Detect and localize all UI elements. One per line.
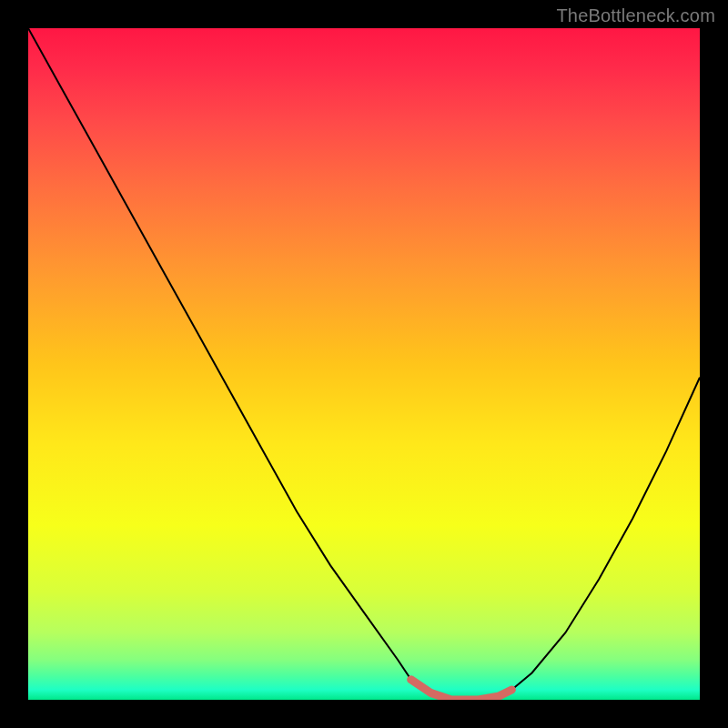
chart-background <box>28 28 700 700</box>
bottleneck-chart <box>28 28 700 700</box>
attribution-text: TheBottleneck.com <box>556 5 715 26</box>
plot-frame <box>28 28 700 700</box>
